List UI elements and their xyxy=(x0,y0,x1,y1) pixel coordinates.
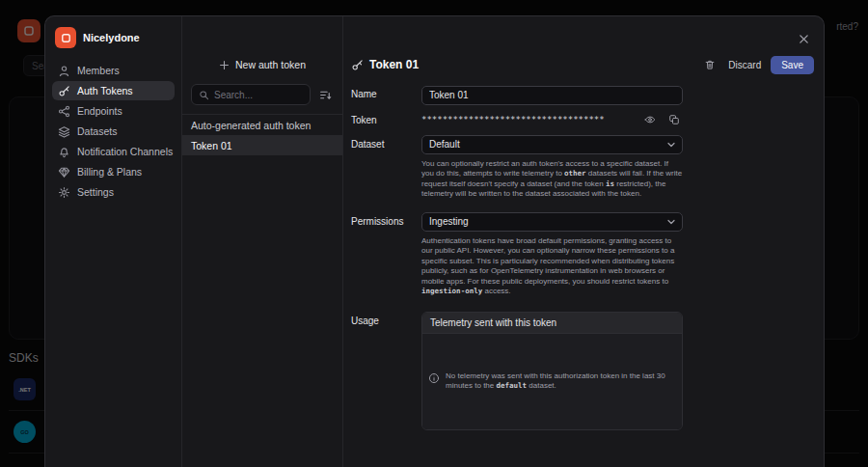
dataset-label: Dataset xyxy=(351,135,421,150)
info-icon xyxy=(428,372,440,384)
settings-sidebar: Nicelydone Members Auth Tokens Endpoints xyxy=(45,16,182,467)
sidebar-item-label: Members xyxy=(77,65,120,76)
org-logo-icon xyxy=(55,27,76,48)
sort-icon[interactable] xyxy=(316,86,334,103)
sidebar-item-label: Notification Channels xyxy=(77,146,173,157)
org-switcher[interactable]: Nicelydone xyxy=(52,26,175,49)
copy-token-button[interactable] xyxy=(665,111,683,128)
dataset-field-row: Dataset Default You can optionally restr… xyxy=(351,135,814,200)
list-item-auto-generated-token[interactable]: Auto-generated auth token xyxy=(182,115,342,135)
token-detail-panel: Token 01 Discard Save Name xyxy=(343,16,824,467)
usage-panel-body: No telemetry was sent with this authoriz… xyxy=(422,334,682,429)
token-masked-value: *********************************** xyxy=(421,115,641,124)
new-auth-token-label: New auth token xyxy=(235,59,306,70)
save-button[interactable]: Save xyxy=(771,56,814,74)
auth-tokens-settings-modal: Nicelydone Members Auth Tokens Endpoints xyxy=(44,15,825,467)
list-item-token-01[interactable]: Token 01 xyxy=(182,135,342,155)
bell-icon xyxy=(58,146,70,158)
search-icon xyxy=(199,90,209,100)
dataset-description: You can optionally restrict an auth toke… xyxy=(421,159,683,200)
token-form: Name Token *****************************… xyxy=(351,85,814,430)
token-search-placeholder: Search... xyxy=(214,90,253,100)
page-title: Token 01 xyxy=(369,58,419,71)
sidebar-item-settings[interactable]: Settings xyxy=(52,182,175,202)
usage-empty-message: No telemetry was sent with this authoriz… xyxy=(446,371,676,392)
permissions-select[interactable]: Ingesting xyxy=(421,212,683,232)
sidebar-item-billing-plans[interactable]: Billing & Plans xyxy=(52,162,175,181)
detail-actions: Discard Save xyxy=(701,56,814,74)
usage-label: Usage xyxy=(351,312,421,326)
person-icon xyxy=(58,65,70,77)
eye-icon xyxy=(644,114,656,125)
key-icon xyxy=(58,85,70,97)
usage-panel-header: Telemetry sent with this token xyxy=(422,313,682,334)
usage-field-row: Usage Telemetry sent with this token No … xyxy=(351,312,814,430)
settings-nav: Members Auth Tokens Endpoints Datasets N… xyxy=(52,61,175,202)
dataset-select[interactable]: Default xyxy=(421,135,683,154)
token-value-actions xyxy=(641,111,683,128)
key-icon xyxy=(351,59,364,71)
permissions-field-row: Permissions Ingesting Authentication tok… xyxy=(351,212,814,297)
sidebar-item-auth-tokens[interactable]: Auth Tokens xyxy=(52,81,175,100)
sidebar-item-label: Endpoints xyxy=(77,105,122,117)
sidebar-item-label: Datasets xyxy=(77,125,117,137)
app-root: rted? Sea SDKs .NET GO Nicelydone xyxy=(0,0,868,467)
sidebar-item-members[interactable]: Members xyxy=(52,61,175,80)
name-field-row: Name xyxy=(351,85,814,105)
detail-header: Token 01 Discard Save xyxy=(351,54,814,75)
trash-icon xyxy=(704,59,716,70)
sidebar-item-label: Settings xyxy=(77,186,114,198)
plus-icon xyxy=(219,60,230,70)
close-icon[interactable] xyxy=(795,30,812,47)
name-label: Name xyxy=(351,85,421,99)
sidebar-item-endpoints[interactable]: Endpoints xyxy=(52,101,175,121)
dataset-selected-value: Default xyxy=(429,139,460,150)
detail-title-group: Token 01 xyxy=(351,58,419,71)
token-search-input[interactable]: Search... xyxy=(191,84,311,105)
reveal-token-button[interactable] xyxy=(641,111,659,128)
layers-icon xyxy=(58,125,70,138)
org-name: Nicelydone xyxy=(83,32,140,43)
permissions-label: Permissions xyxy=(351,212,421,227)
permissions-selected-value: Ingesting xyxy=(429,216,469,227)
token-list: Auto-generated auth token Token 01 xyxy=(182,115,342,155)
token-search-row: Search... xyxy=(182,74,342,115)
sidebar-item-notification-channels[interactable]: Notification Channels xyxy=(52,142,175,161)
name-input[interactable] xyxy=(421,86,683,105)
chevron-down-icon xyxy=(667,219,675,225)
usage-panel: Telemetry sent with this token No teleme… xyxy=(421,312,683,430)
gem-icon xyxy=(58,166,70,179)
share-icon xyxy=(58,105,70,118)
sidebar-item-label: Billing & Plans xyxy=(77,166,142,178)
discard-button[interactable]: Discard xyxy=(728,60,761,70)
token-list-panel: New auth token Search... Auto-generated … xyxy=(182,16,343,467)
chevron-down-icon xyxy=(667,142,675,148)
new-auth-token-button[interactable]: New auth token xyxy=(219,55,306,74)
permissions-description: Authentication tokens have broad default… xyxy=(421,236,683,297)
gear-icon xyxy=(58,186,70,199)
sidebar-item-label: Auth Tokens xyxy=(77,85,133,96)
sidebar-item-datasets[interactable]: Datasets xyxy=(52,122,175,141)
delete-token-button[interactable] xyxy=(701,56,719,73)
token-label: Token xyxy=(351,111,421,125)
copy-icon xyxy=(668,114,680,125)
token-field-row: Token **********************************… xyxy=(351,111,814,128)
